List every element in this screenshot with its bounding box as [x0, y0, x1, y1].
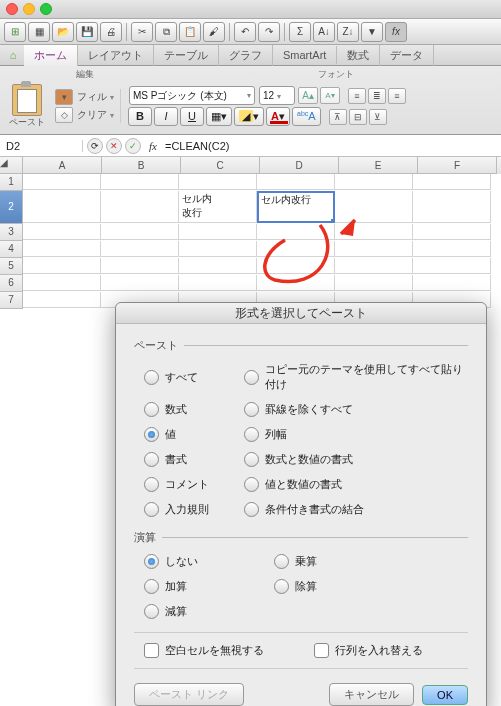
- excel-icon[interactable]: ⊞: [4, 22, 26, 42]
- cell[interactable]: [101, 191, 179, 223]
- cell[interactable]: [179, 241, 257, 257]
- cell[interactable]: [413, 241, 491, 257]
- fx-label-icon[interactable]: fx: [145, 140, 161, 152]
- cell[interactable]: [413, 174, 491, 190]
- cell[interactable]: [413, 224, 491, 240]
- radio-noborder[interactable]: 罫線を除くすべて: [244, 402, 468, 417]
- font-color-button[interactable]: A▾: [266, 107, 290, 126]
- row-header[interactable]: 7: [0, 292, 23, 309]
- cell[interactable]: セル内改行: [179, 191, 257, 223]
- paste-icon[interactable]: 📋: [179, 22, 201, 42]
- cell[interactable]: [101, 241, 179, 257]
- radio-op-mul[interactable]: 乗算: [274, 554, 468, 569]
- align-center-icon[interactable]: ≣: [368, 88, 386, 104]
- cancel-formula-icon[interactable]: ✕: [106, 138, 122, 154]
- radio-comment[interactable]: コメント: [144, 477, 234, 492]
- align-left-icon[interactable]: ≡: [348, 88, 366, 104]
- active-cell[interactable]: セル内改行: [257, 191, 335, 223]
- undo-icon[interactable]: ↶: [234, 22, 256, 42]
- cell[interactable]: [335, 224, 413, 240]
- paste-link-button[interactable]: ペースト リンク: [134, 683, 244, 706]
- home-icon[interactable]: ⌂: [6, 48, 20, 62]
- cell[interactable]: [101, 258, 179, 274]
- cell[interactable]: [257, 275, 335, 291]
- cell[interactable]: [23, 292, 101, 308]
- row-header[interactable]: 6: [0, 275, 23, 292]
- col-header[interactable]: F: [418, 157, 497, 174]
- copy-icon[interactable]: ⧉: [155, 22, 177, 42]
- cell[interactable]: [335, 191, 413, 223]
- tab-home[interactable]: ホーム: [24, 45, 78, 66]
- history-icon[interactable]: ⟳: [87, 138, 103, 154]
- cell[interactable]: [23, 224, 101, 240]
- fx-icon[interactable]: fx: [385, 22, 407, 42]
- accept-formula-icon[interactable]: ✓: [125, 138, 141, 154]
- cell[interactable]: [257, 174, 335, 190]
- radio-all[interactable]: すべて: [144, 362, 234, 392]
- cell[interactable]: [179, 258, 257, 274]
- row-header[interactable]: 2: [0, 191, 23, 224]
- radio-value[interactable]: 値: [144, 427, 234, 442]
- radio-cond[interactable]: 条件付き書式の結合: [244, 502, 468, 517]
- tab-smartart[interactable]: SmartArt: [273, 46, 337, 64]
- cell-fill-button[interactable]: ◢▾: [234, 107, 264, 126]
- sort-asc-icon[interactable]: A↓: [313, 22, 335, 42]
- col-header[interactable]: D: [260, 157, 339, 174]
- row-header[interactable]: 3: [0, 224, 23, 241]
- formula-input[interactable]: =CLEAN(C2): [161, 140, 501, 152]
- new-icon[interactable]: ▦: [28, 22, 50, 42]
- cell[interactable]: [413, 275, 491, 291]
- align-middle-icon[interactable]: ⊟: [349, 109, 367, 125]
- col-header[interactable]: B: [102, 157, 181, 174]
- radio-op-sub[interactable]: 減算: [144, 604, 264, 619]
- cell[interactable]: [23, 275, 101, 291]
- tab-tables[interactable]: テーブル: [154, 45, 219, 66]
- shrink-font-button[interactable]: A▾: [320, 87, 340, 104]
- radio-formula[interactable]: 数式: [144, 402, 234, 417]
- grow-font-button[interactable]: A▴: [298, 87, 318, 104]
- bold-button[interactable]: B: [128, 107, 152, 126]
- cell[interactable]: [257, 241, 335, 257]
- sort-desc-icon[interactable]: Z↓: [337, 22, 359, 42]
- radio-theme[interactable]: コピー元のテーマを使用してすべて貼り付け: [244, 362, 468, 392]
- align-bottom-icon[interactable]: ⊻: [369, 109, 387, 125]
- traffic-close-icon[interactable]: [6, 3, 18, 15]
- cell[interactable]: [335, 258, 413, 274]
- cell[interactable]: [101, 224, 179, 240]
- tab-formulas[interactable]: 数式: [337, 45, 380, 66]
- cell[interactable]: [23, 174, 101, 190]
- col-header[interactable]: E: [339, 157, 418, 174]
- cell[interactable]: [413, 258, 491, 274]
- cell[interactable]: [413, 191, 491, 223]
- open-icon[interactable]: 📂: [52, 22, 74, 42]
- tab-charts[interactable]: グラフ: [219, 45, 273, 66]
- cell[interactable]: [23, 241, 101, 257]
- eraser-icon[interactable]: ◇: [55, 107, 73, 123]
- paste-button[interactable]: ペースト: [6, 82, 48, 130]
- radio-op-add[interactable]: 加算: [144, 579, 264, 594]
- cell[interactable]: [335, 174, 413, 190]
- radio-op-none[interactable]: しない: [144, 554, 264, 569]
- border-button[interactable]: ▦▾: [206, 107, 232, 126]
- checkbox-skip-blanks[interactable]: 空白セルを無視する: [144, 643, 314, 658]
- cell[interactable]: [257, 258, 335, 274]
- select-all-corner[interactable]: ◢: [0, 157, 23, 174]
- fill-color-icon[interactable]: ▾: [55, 89, 73, 105]
- italic-button[interactable]: I: [154, 107, 178, 126]
- col-header[interactable]: C: [181, 157, 260, 174]
- ok-button[interactable]: OK: [422, 685, 468, 705]
- traffic-zoom-icon[interactable]: [40, 3, 52, 15]
- row-header[interactable]: 5: [0, 258, 23, 275]
- cell[interactable]: [23, 191, 101, 223]
- filter-icon[interactable]: ▼: [361, 22, 383, 42]
- row-header[interactable]: 1: [0, 174, 23, 191]
- cell[interactable]: [335, 275, 413, 291]
- radio-fmtnum[interactable]: 数式と数値の書式: [244, 452, 468, 467]
- ruby-button[interactable]: abcA: [292, 107, 321, 126]
- traffic-min-icon[interactable]: [23, 3, 35, 15]
- col-header[interactable]: A: [23, 157, 102, 174]
- format-painter-icon[interactable]: 🖌: [203, 22, 225, 42]
- name-box[interactable]: D2: [0, 140, 83, 152]
- radio-op-div[interactable]: 除算: [274, 579, 468, 594]
- align-top-icon[interactable]: ⊼: [329, 109, 347, 125]
